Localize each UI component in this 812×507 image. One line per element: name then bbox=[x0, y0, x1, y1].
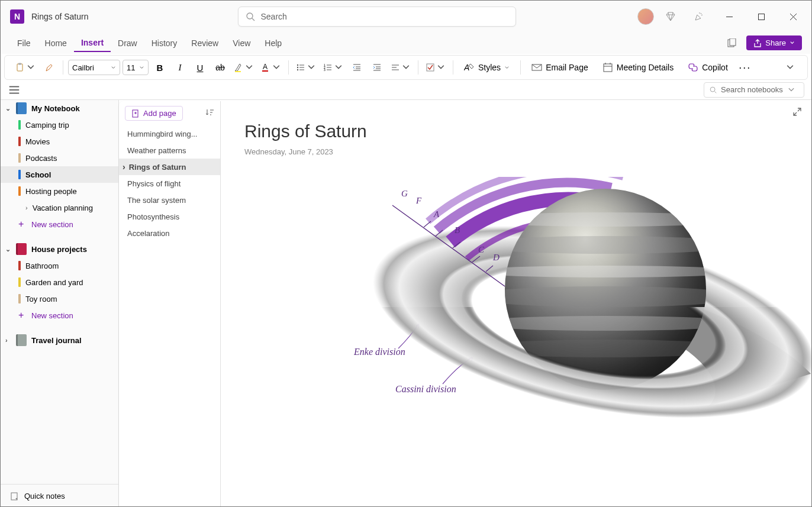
search-icon bbox=[246, 12, 255, 21]
section-item[interactable]: Hosting people bbox=[1, 183, 118, 199]
font-color-button[interactable]: A bbox=[259, 59, 283, 76]
notebook-header[interactable]: ⌄My Notebook bbox=[1, 100, 118, 117]
ring-label-g: G bbox=[401, 189, 408, 199]
add-page-icon bbox=[131, 109, 140, 118]
expand-button[interactable] bbox=[792, 107, 802, 119]
page-item[interactable]: Rings of Saturn bbox=[119, 159, 220, 175]
share-icon bbox=[753, 39, 762, 47]
tab-draw[interactable]: Draw bbox=[111, 35, 144, 51]
todo-tag-button[interactable] bbox=[423, 59, 448, 76]
highlight-button[interactable] bbox=[231, 59, 256, 76]
font-size-select[interactable]: 11 bbox=[123, 60, 149, 75]
ring-label-f: F bbox=[416, 196, 421, 206]
email-page-button[interactable]: Email Page bbox=[526, 59, 594, 76]
section-item[interactable]: Camping trip bbox=[1, 117, 118, 133]
close-button[interactable] bbox=[779, 7, 807, 26]
meeting-details-button[interactable]: Meeting Details bbox=[597, 59, 680, 76]
styles-button[interactable]: AStyles bbox=[458, 59, 515, 76]
svg-rect-12 bbox=[262, 70, 268, 72]
avatar[interactable] bbox=[637, 8, 654, 25]
svg-text:A: A bbox=[263, 63, 268, 71]
maximize-button[interactable] bbox=[747, 7, 775, 26]
bold-button[interactable]: B bbox=[151, 59, 169, 76]
annotation-enke: Enke division bbox=[354, 347, 405, 357]
celebrate-icon[interactable] bbox=[687, 5, 711, 28]
annotation-cassini: Cassini division bbox=[395, 384, 456, 395]
tab-view[interactable]: View bbox=[225, 35, 257, 51]
page-item[interactable]: The solar system bbox=[119, 192, 220, 208]
paste-button[interactable] bbox=[13, 59, 38, 76]
more-button[interactable]: ··· bbox=[736, 59, 754, 76]
page-item[interactable]: Accelaration bbox=[119, 225, 220, 241]
pages-panel: Add page Hummingbird wing...Weather patt… bbox=[119, 101, 221, 507]
svg-line-1 bbox=[252, 18, 254, 21]
section-item[interactable]: School bbox=[1, 166, 118, 183]
notebook-header[interactable]: ›Travel journal bbox=[1, 332, 118, 348]
svg-rect-3 bbox=[758, 14, 764, 20]
page-content[interactable]: Rings of Saturn Wednesday, June 7, 2023 bbox=[221, 100, 811, 507]
page-mode-button[interactable] bbox=[723, 35, 742, 51]
ring-label-d: D bbox=[493, 253, 500, 263]
svg-rect-9 bbox=[18, 63, 21, 65]
page-title[interactable]: Rings of Saturn bbox=[244, 121, 788, 141]
diamond-icon[interactable] bbox=[659, 5, 682, 28]
notebook-search-input[interactable]: Search notebooks bbox=[704, 82, 804, 98]
add-page-button[interactable]: Add page bbox=[125, 106, 183, 121]
envelope-icon bbox=[531, 62, 542, 73]
new-section-button[interactable]: +New section bbox=[1, 307, 118, 324]
search-icon bbox=[709, 86, 717, 94]
svg-rect-36 bbox=[427, 64, 434, 71]
tab-insert[interactable]: Insert bbox=[74, 34, 111, 52]
ribbon-tabs: File Home Insert Draw History Review Vie… bbox=[1, 33, 811, 54]
font-select[interactable]: Cailbri bbox=[68, 60, 120, 75]
ribbon-toolbar: Cailbri 11 B I U ab A 123 AStyles Email … bbox=[4, 55, 808, 80]
svg-point-46 bbox=[710, 87, 715, 92]
svg-rect-39 bbox=[604, 64, 612, 72]
format-painter-button[interactable] bbox=[40, 59, 58, 76]
page-item[interactable]: Weather patterns bbox=[119, 142, 220, 159]
nav-toggle-button[interactable] bbox=[8, 83, 21, 96]
section-item[interactable]: ›Vacation planning bbox=[1, 199, 118, 216]
strikethrough-button[interactable]: ab bbox=[211, 59, 229, 76]
indent-button[interactable] bbox=[368, 59, 386, 76]
tab-home[interactable]: Home bbox=[38, 35, 74, 51]
numbering-button[interactable]: 123 bbox=[321, 59, 346, 76]
svg-text:A: A bbox=[464, 63, 469, 72]
underline-button[interactable]: U bbox=[191, 59, 209, 76]
chevron-down-icon bbox=[790, 40, 795, 46]
search-input[interactable]: Search bbox=[238, 7, 516, 27]
share-button[interactable]: Share bbox=[746, 35, 802, 50]
minimize-button[interactable] bbox=[716, 7, 743, 26]
section-item[interactable]: Movies bbox=[1, 133, 118, 150]
note-icon bbox=[10, 492, 20, 501]
tab-help[interactable]: Help bbox=[257, 35, 289, 51]
page-item[interactable]: Photosynthesis bbox=[119, 208, 220, 225]
copilot-button[interactable]: Copilot bbox=[682, 59, 734, 76]
svg-point-0 bbox=[247, 13, 253, 19]
tab-file[interactable]: File bbox=[10, 35, 38, 51]
outdent-button[interactable] bbox=[348, 59, 366, 76]
quick-notes-button[interactable]: Quick notes bbox=[1, 484, 118, 507]
page-item[interactable]: Hummingbird wing... bbox=[119, 125, 220, 142]
bullets-button[interactable] bbox=[294, 59, 318, 76]
tab-history[interactable]: History bbox=[144, 35, 185, 51]
ring-label-c: C bbox=[478, 245, 484, 255]
ribbon-collapse-button[interactable] bbox=[781, 59, 799, 76]
page-date: Wednesday, June 7, 2023 bbox=[244, 147, 788, 156]
tab-review[interactable]: Review bbox=[184, 35, 225, 51]
section-item[interactable]: Bathroom bbox=[1, 257, 118, 274]
chevron-down-icon bbox=[787, 86, 795, 94]
window-title: Rings of Saturn bbox=[31, 12, 89, 21]
page-item[interactable]: Physics of flight bbox=[119, 175, 220, 192]
section-item[interactable]: Garden and yard bbox=[1, 274, 118, 290]
sort-pages-button[interactable] bbox=[205, 108, 214, 120]
svg-point-17 bbox=[297, 69, 298, 70]
app-icon: N bbox=[10, 9, 24, 24]
svg-line-47 bbox=[715, 91, 717, 93]
new-section-button[interactable]: +New section bbox=[1, 216, 118, 232]
section-item[interactable]: Toy room bbox=[1, 290, 118, 307]
notebook-header[interactable]: ⌄House projects bbox=[1, 241, 118, 257]
align-button[interactable] bbox=[388, 59, 413, 76]
section-item[interactable]: Podcasts bbox=[1, 150, 118, 166]
italic-button[interactable]: I bbox=[171, 59, 189, 76]
